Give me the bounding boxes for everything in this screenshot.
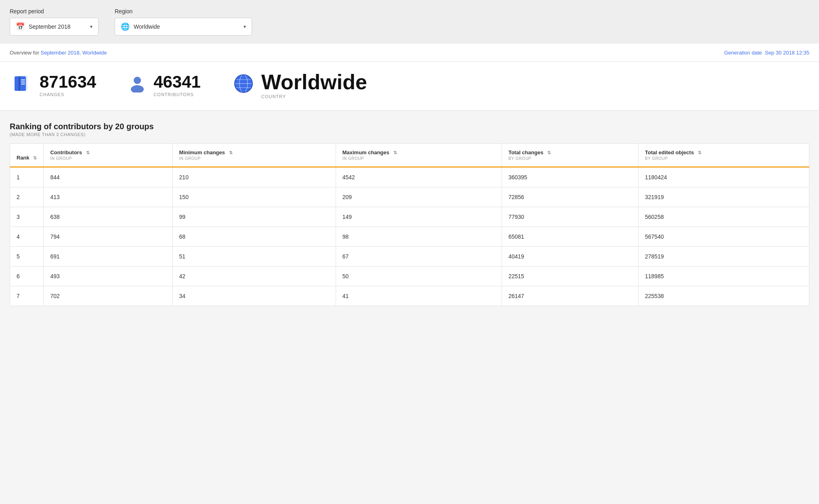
cell-total-objects: 118985 xyxy=(638,267,809,286)
filter-bar: Report period 📅 September 2018 ▾ Region … xyxy=(0,0,819,44)
svg-rect-2 xyxy=(19,76,20,91)
cell-total-changes: 65081 xyxy=(502,227,638,247)
cell-min-changes: 68 xyxy=(172,227,336,247)
contributors-label: CONTRIBUTORS xyxy=(153,92,201,97)
cell-contributors: 493 xyxy=(44,267,172,286)
table-row: 2 413 150 209 72856 321919 xyxy=(10,187,809,207)
cell-contributors: 702 xyxy=(44,286,172,306)
cell-total-objects: 560258 xyxy=(638,207,809,227)
cell-total-changes: 77930 xyxy=(502,207,638,227)
cell-max-changes: 4542 xyxy=(336,167,502,187)
cell-total-objects: 321919 xyxy=(638,187,809,207)
cell-contributors: 691 xyxy=(44,247,172,267)
col-total-objects: Total edited objects ⇅ BY GROUP xyxy=(638,144,809,167)
table-row: 6 493 42 50 22515 118985 xyxy=(10,267,809,286)
col-total-changes: Total changes ⇅ BY GROUP xyxy=(502,144,638,167)
cell-contributors: 844 xyxy=(44,167,172,187)
section-subtitle: (MADE MORE THAN 3 CHANGES) xyxy=(10,132,809,137)
globe-icon: 🌐 xyxy=(121,22,130,31)
overview-link[interactable]: September 2018, Worldwide xyxy=(41,50,107,56)
contributors-stat: 46341 CONTRIBUTORS xyxy=(128,74,201,97)
report-period-group: Report period 📅 September 2018 ▾ xyxy=(10,8,99,36)
sort-icon-contributors[interactable]: ⇅ xyxy=(86,150,90,155)
cell-max-changes: 67 xyxy=(336,247,502,267)
changes-number: 871634 xyxy=(40,74,96,90)
cell-total-changes: 26147 xyxy=(502,286,638,306)
country-stat: Worldwide COUNTRY xyxy=(233,71,367,99)
cell-rank: 4 xyxy=(10,227,44,247)
table-row: 4 794 68 98 65081 567540 xyxy=(10,227,809,247)
changes-stat: 871634 CHANGES xyxy=(13,74,96,97)
svg-rect-4 xyxy=(21,82,25,82)
contributors-number: 46341 xyxy=(153,74,201,90)
cell-total-changes: 360395 xyxy=(502,167,638,187)
cell-contributors: 794 xyxy=(44,227,172,247)
cell-min-changes: 99 xyxy=(172,207,336,227)
table-row: 1 844 210 4542 360395 1180424 xyxy=(10,167,809,187)
table-row: 7 702 34 41 26147 225538 xyxy=(10,286,809,306)
col-contributors: Contributors ⇅ IN GROUP xyxy=(44,144,172,167)
cell-min-changes: 51 xyxy=(172,247,336,267)
region-select[interactable]: 🌐 Worldwide ▾ xyxy=(115,18,252,36)
cell-rank: 1 xyxy=(10,167,44,187)
table-row: 5 691 51 67 40419 278519 xyxy=(10,247,809,267)
cell-rank: 7 xyxy=(10,286,44,306)
region-value: Worldwide xyxy=(134,23,160,30)
cell-max-changes: 50 xyxy=(336,267,502,286)
chevron-down-icon: ▾ xyxy=(244,24,246,29)
region-group: Region 🌐 Worldwide ▾ xyxy=(115,8,252,36)
main-content: Ranking of contributors by 20 groups (MA… xyxy=(0,122,819,306)
chevron-down-icon: ▾ xyxy=(90,24,92,29)
report-period-select[interactable]: 📅 September 2018 ▾ xyxy=(10,18,99,36)
region-label: Region xyxy=(115,8,252,15)
cell-min-changes: 150 xyxy=(172,187,336,207)
changes-label: CHANGES xyxy=(40,92,96,97)
cell-total-objects: 278519 xyxy=(638,247,809,267)
cell-total-objects: 567540 xyxy=(638,227,809,247)
cell-total-objects: 1180424 xyxy=(638,167,809,187)
cell-total-changes: 22515 xyxy=(502,267,638,286)
cell-max-changes: 209 xyxy=(336,187,502,207)
cell-rank: 2 xyxy=(10,187,44,207)
cell-total-objects: 225538 xyxy=(638,286,809,306)
cell-min-changes: 42 xyxy=(172,267,336,286)
cell-rank: 3 xyxy=(10,207,44,227)
sort-icon-total-objects[interactable]: ⇅ xyxy=(698,150,701,155)
ranking-table: Rank ⇅ Contributors ⇅ IN GROUP Minimum c… xyxy=(10,143,809,306)
section-title: Ranking of contributors by 20 groups xyxy=(10,122,809,131)
cell-total-changes: 40419 xyxy=(502,247,638,267)
book-icon xyxy=(13,74,32,97)
svg-point-6 xyxy=(134,77,141,84)
cell-max-changes: 41 xyxy=(336,286,502,306)
overview-text: Overview for September 2018, Worldwide xyxy=(10,49,107,56)
sort-icon-total-changes[interactable]: ⇅ xyxy=(547,150,551,155)
sort-icon-rank[interactable]: ⇅ xyxy=(33,155,37,161)
svg-point-7 xyxy=(131,85,144,92)
report-period-label: Report period xyxy=(10,8,99,15)
col-max-changes: Maximum changes ⇅ IN GROUP xyxy=(336,144,502,167)
table-header-row: Rank ⇅ Contributors ⇅ IN GROUP Minimum c… xyxy=(10,144,809,167)
calendar-icon: 📅 xyxy=(16,22,25,31)
cell-contributors: 413 xyxy=(44,187,172,207)
cell-rank: 6 xyxy=(10,267,44,286)
cell-rank: 5 xyxy=(10,247,44,267)
cell-min-changes: 34 xyxy=(172,286,336,306)
svg-rect-5 xyxy=(21,84,25,84)
report-period-value: September 2018 xyxy=(29,23,71,30)
cell-contributors: 638 xyxy=(44,207,172,227)
svg-rect-3 xyxy=(21,80,25,80)
col-min-changes: Minimum changes ⇅ IN GROUP xyxy=(172,144,336,167)
col-rank: Rank ⇅ xyxy=(10,144,44,167)
cell-total-changes: 72856 xyxy=(502,187,638,207)
overview-bar: Overview for September 2018, Worldwide G… xyxy=(0,44,819,62)
world-icon xyxy=(233,73,254,98)
person-icon xyxy=(128,75,146,96)
overview-prefix: Overview for September 2018, Worldwide xyxy=(10,50,107,56)
cell-min-changes: 210 xyxy=(172,167,336,187)
country-label: COUNTRY xyxy=(261,94,367,99)
sort-icon-max[interactable]: ⇅ xyxy=(393,150,397,155)
generation-date: Generation date Sep 30 2018 12:35 xyxy=(724,50,809,56)
cell-max-changes: 149 xyxy=(336,207,502,227)
table-row: 3 638 99 149 77930 560258 xyxy=(10,207,809,227)
sort-icon-min[interactable]: ⇅ xyxy=(229,150,233,155)
